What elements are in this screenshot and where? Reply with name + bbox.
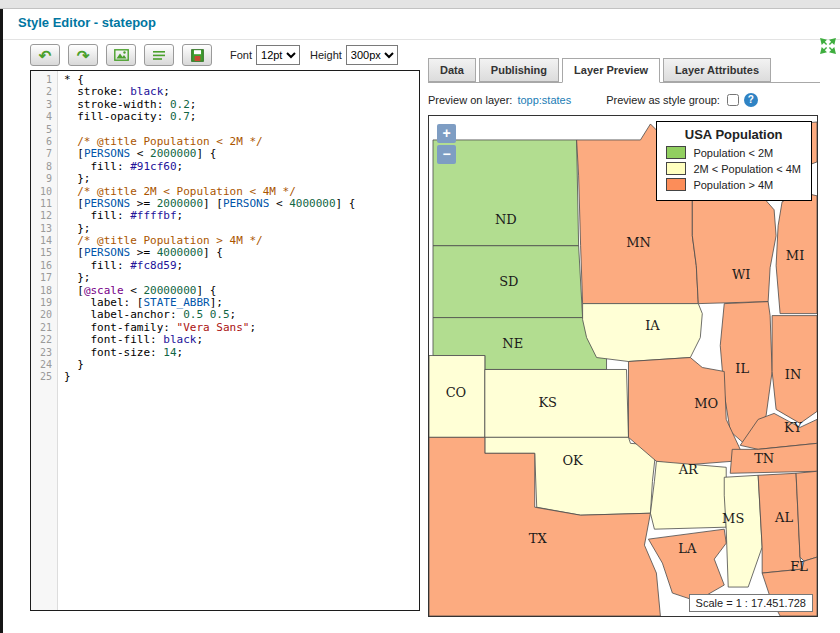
code-line: } (64, 371, 419, 383)
font-select[interactable]: 12pt (256, 45, 300, 65)
state-label-ia: IA (645, 318, 660, 333)
height-label: Height (310, 49, 342, 61)
preview-options-row: Preview on layer: topp:states Preview as… (428, 91, 818, 108)
code-line: fill: #ffffbf; (64, 210, 419, 222)
line-number: 13 (31, 223, 57, 235)
reformat-button[interactable] (144, 44, 174, 66)
insert-image-button[interactable] (106, 44, 136, 66)
code-area[interactable]: * { stroke: black; stroke-width: 0.2; fi… (58, 71, 419, 610)
redo-button[interactable]: ↷ (68, 44, 98, 66)
state-label-fl: FL (790, 559, 808, 574)
state-label-nd: ND (495, 212, 517, 227)
legend-swatch (666, 178, 686, 191)
legend-items: Population < 2M2M < Population < 4MPopul… (666, 146, 801, 191)
save-icon (191, 49, 204, 62)
state-label-mo: MO (694, 396, 718, 411)
legend-label: Population > 4M (693, 179, 773, 191)
line-number: 11 (31, 198, 57, 210)
help-icon[interactable]: ? (744, 93, 758, 107)
state-label-il: IL (735, 361, 749, 376)
style-group-checkbox[interactable] (727, 94, 739, 106)
undo-icon: ↶ (39, 48, 52, 63)
maximize-editor-icon[interactable] (820, 38, 836, 54)
state-label-co: CO (446, 385, 467, 400)
legend-item: Population < 2M (666, 146, 801, 159)
map-preview[interactable]: NDSDNECOKSOKTXMNWIMIIAILINMOKYTNARMSALLA… (428, 115, 818, 617)
line-number: 14 (31, 235, 57, 247)
image-icon (114, 49, 129, 61)
window-top-strip (0, 0, 840, 9)
tab-data[interactable]: Data (428, 58, 476, 82)
line-number: 16 (31, 260, 57, 272)
zoom-out-button[interactable]: − (437, 145, 456, 164)
state-label-ks: KS (538, 395, 557, 410)
line-number: 6 (31, 136, 57, 148)
state-label-sd: SD (499, 274, 518, 289)
state-shape[interactable] (796, 471, 817, 561)
zoom-controls: + − (437, 124, 456, 166)
legend-swatch (666, 162, 686, 175)
legend-title: USA Population (666, 127, 801, 142)
layer-tabs: DataPublishingLayer PreviewLayer Attribu… (428, 57, 820, 83)
state-mo[interactable] (628, 358, 740, 466)
line-number: 21 (31, 322, 57, 334)
state-label-ky: KY (784, 420, 802, 435)
state-label-tx: TX (529, 531, 548, 546)
line-number: 3 (31, 99, 57, 111)
line-number: 25 (31, 371, 57, 383)
state-ms[interactable] (724, 475, 762, 587)
state-label-al: AL (774, 510, 793, 525)
line-number: 10 (31, 186, 57, 198)
lines-icon (152, 50, 166, 61)
legend-label: Population < 2M (693, 147, 773, 159)
line-number: 19 (31, 297, 57, 309)
line-number: 23 (31, 347, 57, 359)
page-title: Style Editor - statepop (18, 15, 156, 30)
code-line: fill: #91cf60; (64, 161, 419, 173)
state-label-in: IN (785, 367, 801, 382)
undo-button[interactable]: ↶ (30, 44, 60, 66)
legend-item: 2M < Population < 4M (666, 162, 801, 175)
line-number: 24 (31, 359, 57, 371)
state-ia[interactable] (583, 304, 703, 362)
maximize-icon (820, 38, 836, 54)
line-number: 7 (31, 148, 57, 160)
style-code-editor[interactable]: 1234567891011121314151617181920212223242… (30, 70, 420, 611)
legend-swatch (666, 146, 686, 159)
tab-layer-preview[interactable]: Layer Preview (562, 58, 660, 83)
line-number: 15 (31, 247, 57, 259)
line-number: 8 (31, 161, 57, 173)
state-label-mn: MN (626, 235, 651, 250)
layer-link[interactable]: topp:states (517, 94, 571, 106)
tab-publishing[interactable]: Publishing (479, 58, 559, 82)
state-label-ok: OK (562, 453, 583, 468)
title-divider (3, 39, 840, 40)
legend-label: 2M < Population < 4M (693, 163, 801, 175)
line-number: 17 (31, 272, 57, 284)
line-number: 22 (31, 334, 57, 346)
line-number-gutter: 1234567891011121314151617181920212223242… (31, 71, 58, 610)
line-number: 20 (31, 309, 57, 321)
scale-indicator: Scale = 1 : 17.451.728 (689, 594, 813, 612)
editor-toolbar: ↶ ↷ Font 12pt Height 300px (30, 43, 398, 67)
height-select[interactable]: 300px (346, 45, 398, 65)
line-number: 12 (31, 210, 57, 222)
map-legend: USA Population Population < 2M2M < Popul… (656, 121, 812, 201)
zoom-in-button[interactable]: + (437, 124, 456, 143)
state-label-wi: WI (732, 267, 750, 282)
state-la[interactable] (648, 529, 726, 601)
line-number: 4 (31, 111, 57, 123)
legend-item: Population > 4M (666, 178, 801, 191)
state-label-mi: MI (786, 248, 804, 263)
code-line: fill-opacity: 0.7; (64, 111, 419, 123)
preview-on-layer-label: Preview on layer: (428, 94, 512, 106)
redo-icon: ↷ (77, 48, 90, 63)
save-button[interactable] (182, 44, 212, 66)
tab-layer-attributes[interactable]: Layer Attributes (663, 58, 771, 82)
font-label: Font (230, 49, 252, 61)
state-label-la: LA (678, 541, 697, 556)
line-number: 18 (31, 285, 57, 297)
line-number: 9 (31, 173, 57, 185)
line-number: 1 (31, 74, 57, 86)
state-label-tn: TN (754, 451, 774, 466)
